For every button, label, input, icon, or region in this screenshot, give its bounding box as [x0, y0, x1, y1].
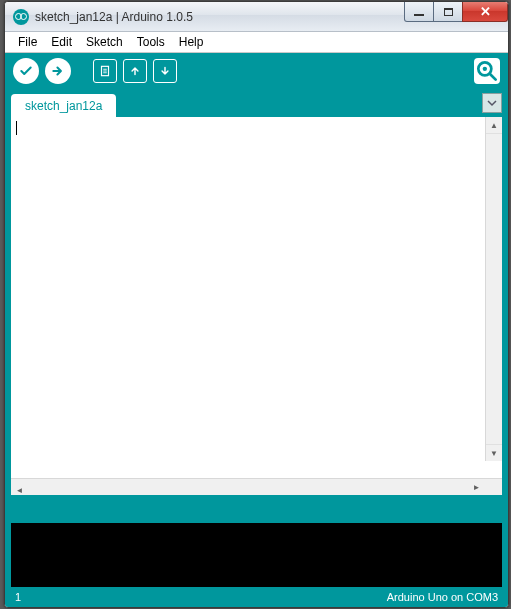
arduino-ide-window: sketch_jan12a | Arduino 1.0.5 ✕ File Edi…	[4, 1, 509, 608]
maximize-button[interactable]	[433, 2, 463, 22]
window-controls: ✕	[405, 2, 508, 22]
svg-point-6	[483, 67, 487, 71]
window-title: sketch_jan12a | Arduino 1.0.5	[35, 10, 193, 24]
menubar: File Edit Sketch Tools Help	[5, 32, 508, 53]
serial-monitor-button[interactable]	[474, 58, 500, 84]
arduino-logo-icon	[13, 9, 29, 25]
check-icon	[19, 64, 33, 78]
tabbar: sketch_jan12a	[5, 89, 508, 117]
menu-edit[interactable]: Edit	[44, 33, 79, 51]
menu-help[interactable]: Help	[172, 33, 211, 51]
text-cursor	[16, 121, 17, 135]
menu-file[interactable]: File	[11, 33, 44, 51]
scroll-corner	[485, 479, 502, 495]
close-button[interactable]: ✕	[462, 2, 508, 22]
message-strip	[5, 495, 508, 523]
chevron-down-icon	[487, 98, 497, 108]
magnifier-icon	[474, 58, 500, 84]
scroll-right-icon[interactable]: ►	[468, 479, 485, 495]
save-button[interactable]	[153, 59, 177, 83]
minimize-button[interactable]	[404, 2, 434, 22]
arrow-up-icon	[128, 64, 142, 78]
upload-button[interactable]	[45, 58, 71, 84]
verify-button[interactable]	[13, 58, 39, 84]
new-button[interactable]	[93, 59, 117, 83]
vertical-scrollbar[interactable]: ▲ ▼	[485, 117, 502, 461]
menu-tools[interactable]: Tools	[130, 33, 172, 51]
arrow-down-icon	[158, 64, 172, 78]
titlebar[interactable]: sketch_jan12a | Arduino 1.0.5 ✕	[5, 2, 508, 32]
arrow-right-icon	[51, 64, 65, 78]
file-icon	[98, 64, 112, 78]
scroll-left-icon[interactable]: ◄	[11, 483, 28, 499]
horizontal-scrollbar[interactable]: ◄ ►	[11, 478, 502, 495]
scroll-up-icon[interactable]: ▲	[486, 117, 502, 134]
svg-line-5	[490, 74, 495, 79]
tab-active[interactable]: sketch_jan12a	[11, 94, 116, 117]
toolbar	[5, 53, 508, 89]
line-number: 1	[15, 591, 21, 603]
statusbar: 1 Arduino Uno on COM3	[5, 587, 508, 607]
menu-sketch[interactable]: Sketch	[79, 33, 130, 51]
code-editor[interactable]: ▲ ▼	[11, 117, 502, 478]
editor-area: ▲ ▼ ◄ ►	[5, 117, 508, 495]
tab-menu-button[interactable]	[482, 93, 502, 113]
open-button[interactable]	[123, 59, 147, 83]
board-port-label: Arduino Uno on COM3	[387, 591, 498, 603]
console-output[interactable]	[5, 523, 508, 587]
scroll-down-icon[interactable]: ▼	[486, 444, 502, 461]
